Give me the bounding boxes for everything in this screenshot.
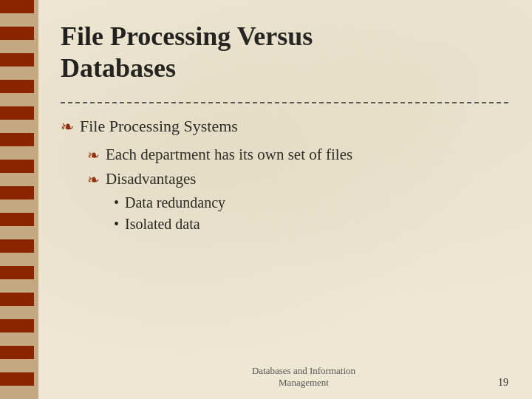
title-section: File Processing Versus Databases bbox=[61, 21, 508, 90]
level2-label-0: Each department has its own set of files bbox=[106, 146, 352, 164]
level3-bullet-1: • bbox=[114, 216, 119, 233]
page-number: 19 bbox=[498, 377, 508, 388]
footer-page-number: 19 bbox=[372, 377, 508, 389]
footer-center-text: Databases and Information Management bbox=[236, 365, 372, 389]
level3-label-0: Data redundancy bbox=[125, 194, 225, 211]
footer-line2: Management bbox=[279, 377, 329, 388]
level2-bullet-0: ❧ bbox=[87, 146, 100, 164]
level2-bullet-1: ❧ bbox=[87, 171, 100, 188]
level3-item-1: • Isolated data bbox=[114, 216, 508, 233]
slide-container: File Processing Versus Databases ❧ File … bbox=[0, 0, 532, 399]
title-line1: File Processing Versus bbox=[61, 21, 313, 51]
title-line2: Databases bbox=[61, 53, 176, 83]
level2-label-1: Disadvantages bbox=[106, 170, 196, 188]
level1-label-0: File Processing Systems bbox=[80, 117, 238, 136]
slide-footer: Databases and Information Management 19 bbox=[77, 365, 532, 389]
main-content-area: File Processing Versus Databases ❧ File … bbox=[38, 0, 532, 399]
level3-label-1: Isolated data bbox=[125, 216, 200, 233]
level1-bullet-0: ❧ bbox=[61, 117, 74, 137]
level1-item-0: ❧ File Processing Systems bbox=[61, 117, 508, 137]
content-area: ❧ File Processing Systems ❧ Each departm… bbox=[61, 117, 508, 384]
level3-list: • Data redundancy • Isolated data bbox=[114, 194, 508, 233]
footer-line1: Databases and Information bbox=[252, 365, 355, 376]
left-border-decoration bbox=[0, 0, 38, 399]
level2-item-1: ❧ Disadvantages bbox=[87, 170, 508, 188]
title-divider bbox=[61, 102, 508, 103]
slide-title: File Processing Versus Databases bbox=[61, 21, 508, 84]
level3-bullet-0: • bbox=[114, 194, 119, 211]
level3-item-0: • Data redundancy bbox=[114, 194, 508, 211]
level2-item-0: ❧ Each department has its own set of fil… bbox=[87, 146, 508, 164]
